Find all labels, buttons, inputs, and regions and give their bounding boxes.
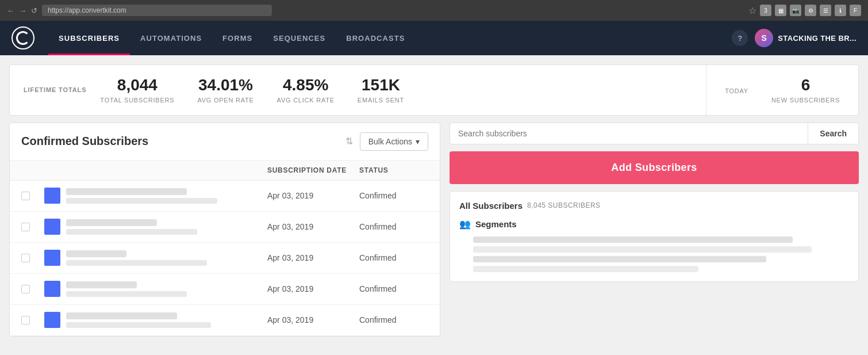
panel-header: Confirmed Subscribers ⇅ Bulk Actions ▾ xyxy=(10,123,440,161)
avg-open-rate-value: 34.01% xyxy=(198,77,253,94)
account-menu[interactable]: S STACKING THE BR... xyxy=(755,29,857,47)
email-blur xyxy=(66,322,211,328)
avg-open-rate-stat: 34.01% AVG OPEN RATE xyxy=(197,77,254,104)
segment-blur-2 xyxy=(473,246,812,253)
row-info xyxy=(66,188,267,204)
bulk-actions-button[interactable]: Bulk Actions ▾ xyxy=(360,132,428,151)
extension-icon-4: ⚙ xyxy=(805,5,816,16)
extension-icon-7: F xyxy=(850,5,861,16)
today-stats-section: TODAY 6 NEW SUBSCRIBERS xyxy=(706,65,858,115)
avg-click-rate-label: AVG CLICK RATE xyxy=(277,97,335,104)
emails-sent-stat: 151K EMAILS SENT xyxy=(358,77,404,104)
sort-icon[interactable]: ⇅ xyxy=(345,136,353,147)
checkbox xyxy=(21,192,30,200)
panel-title: Confirmed Subscribers xyxy=(21,135,339,148)
url-bar[interactable]: https://app.convertkit.com xyxy=(42,5,272,16)
name-blur xyxy=(66,250,126,257)
stats-bar: LIFETIME TOTALS 8,044 TOTAL SUBSCRIBERS … xyxy=(9,64,859,116)
table-row[interactable]: Apr 03, 2019 Confirmed xyxy=(10,181,440,212)
table-row[interactable]: Apr 03, 2019 Confirmed xyxy=(10,212,440,243)
table-row[interactable]: Apr 03, 2019 Confirmed xyxy=(10,274,440,305)
email-blur xyxy=(66,291,187,297)
all-subscribers-row[interactable]: All Subscribers 8,045 SUBSCRIBERS xyxy=(459,201,849,211)
extension-icon-2: ▦ xyxy=(775,5,786,16)
avg-click-rate-stat: 4.85% AVG CLICK RATE xyxy=(277,77,335,104)
emails-sent-label: EMAILS SENT xyxy=(358,97,404,104)
row-checkbox[interactable] xyxy=(21,285,44,293)
browser-icons: ☆ 3 ▦ 📷 ⚙ ☰ ℹ F xyxy=(748,5,861,16)
nav-item-broadcasts[interactable]: BROADCASTS xyxy=(336,21,415,55)
total-subscribers-label: TOTAL SUBSCRIBERS xyxy=(100,97,174,104)
add-subscribers-button[interactable]: Add Subscribers xyxy=(450,151,859,184)
subscription-date: Apr 03, 2019 xyxy=(267,315,359,325)
checkbox xyxy=(21,254,30,262)
help-button[interactable]: ? xyxy=(732,30,748,46)
subscribers-panel: Confirmed Subscribers ⇅ Bulk Actions ▾ S… xyxy=(9,123,440,337)
subscription-date: Apr 03, 2019 xyxy=(267,222,359,231)
extension-icon-5: ☰ xyxy=(820,5,831,16)
bulk-actions-label: Bulk Actions xyxy=(368,137,412,146)
logo-inner xyxy=(16,31,30,45)
status: Confirmed xyxy=(359,222,428,231)
name-blur xyxy=(66,219,157,226)
header-checkbox-col xyxy=(21,166,44,174)
filter-section: All Subscribers 8,045 SUBSCRIBERS 👥 Segm… xyxy=(450,191,859,282)
name-blur xyxy=(66,312,177,319)
status: Confirmed xyxy=(359,191,428,200)
row-checkbox[interactable] xyxy=(21,316,44,325)
table-row[interactable]: Apr 03, 2019 Confirmed xyxy=(10,305,440,336)
avatar xyxy=(44,312,60,328)
checkbox xyxy=(21,223,30,231)
segments-row: 👥 Segments xyxy=(459,219,849,230)
subscription-date: Apr 03, 2019 xyxy=(267,191,359,200)
row-checkbox[interactable] xyxy=(21,192,44,200)
extension-icon-3: 📷 xyxy=(790,5,801,16)
all-subscribers-count: 8,045 SUBSCRIBERS xyxy=(527,201,601,209)
nav-item-subscribers[interactable]: SUBSCRIBERS xyxy=(48,21,130,55)
name-blur xyxy=(66,188,187,195)
segments-label: Segments xyxy=(475,219,517,229)
header-date-col: SUBSCRIPTION DATE xyxy=(267,166,359,174)
avatar xyxy=(44,250,60,266)
row-info xyxy=(66,219,267,235)
avatar xyxy=(44,281,60,297)
segments-list xyxy=(459,236,849,272)
lifetime-stats-group: 8,044 TOTAL SUBSCRIBERS 34.01% AVG OPEN … xyxy=(100,77,692,104)
nav-item-sequences[interactable]: SEQUENCES xyxy=(263,21,336,55)
right-panel: Search Add Subscribers All Subscribers 8… xyxy=(450,123,859,337)
nav-item-forms[interactable]: FORMS xyxy=(212,21,263,55)
row-checkbox[interactable] xyxy=(21,223,44,231)
email-blur xyxy=(66,198,217,204)
browser-bar: ← → ↺ https://app.convertkit.com ☆ 3 ▦ 📷… xyxy=(0,0,868,21)
header-name-col xyxy=(44,166,267,174)
row-info xyxy=(66,281,267,297)
subscription-date: Apr 03, 2019 xyxy=(267,253,359,262)
search-button[interactable]: Search xyxy=(808,123,858,144)
status: Confirmed xyxy=(359,284,428,293)
search-bar: Search xyxy=(450,123,859,144)
email-blur xyxy=(66,260,207,266)
search-input[interactable] xyxy=(450,123,808,144)
bulk-actions-chevron-icon: ▾ xyxy=(416,137,420,146)
avg-click-rate-value: 4.85% xyxy=(283,77,328,94)
name-blur xyxy=(66,281,137,288)
segment-blur-3 xyxy=(473,256,766,262)
email-blur xyxy=(66,229,197,235)
row-checkbox[interactable] xyxy=(21,254,44,262)
avg-open-rate-label: AVG OPEN RATE xyxy=(197,97,254,104)
nav-item-automations[interactable]: AUTOMATIONS xyxy=(130,21,212,55)
logo[interactable] xyxy=(11,26,34,49)
total-subscribers-value: 8,044 xyxy=(117,77,158,94)
lifetime-stats-section: LIFETIME TOTALS 8,044 TOTAL SUBSCRIBERS … xyxy=(10,65,706,115)
segment-blur-1 xyxy=(473,236,793,243)
lifetime-label: LIFETIME TOTALS xyxy=(24,86,86,93)
main-content: Confirmed Subscribers ⇅ Bulk Actions ▾ S… xyxy=(9,123,859,337)
checkbox xyxy=(21,316,30,325)
main-nav: SUBSCRIBERS AUTOMATIONS FORMS SEQUENCES … xyxy=(0,21,868,55)
segment-blur-4 xyxy=(473,266,698,272)
row-info xyxy=(66,250,267,266)
account-name: STACKING THE BR... xyxy=(778,34,857,43)
table-row[interactable]: Apr 03, 2019 Confirmed xyxy=(10,243,440,274)
segments-icon: 👥 xyxy=(459,219,471,230)
row-info xyxy=(66,312,267,328)
